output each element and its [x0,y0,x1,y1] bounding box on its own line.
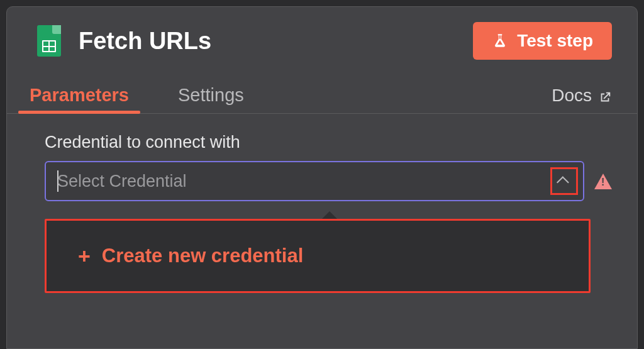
tab-bar: Parameters Settings Docs [7,66,637,114]
sheets-icon [37,25,61,57]
panel-title: Fetch URLs [79,28,473,55]
warning-icon[interactable] [594,174,612,189]
tab-settings[interactable]: Settings [167,77,255,113]
test-step-button[interactable]: Test step [473,22,612,60]
credential-dropdown: + Create new credential [45,219,591,293]
text-cursor [57,170,58,192]
highlight-box-chevron [550,167,578,195]
test-step-label: Test step [517,31,593,51]
parameters-form: Credential to connect with Select Creden… [7,114,637,327]
tab-parameters[interactable]: Parameters [18,77,140,113]
external-link-icon [598,89,612,102]
create-new-credential-label: Create new credential [102,245,303,267]
chevron-up-icon[interactable] [557,176,569,189]
panel-header: Fetch URLs Test step [7,7,637,66]
chevron-down-icon [589,287,602,299]
plus-icon: + [78,245,91,267]
create-new-credential-option[interactable]: + Create new credential [47,240,589,272]
node-panel: Fetch URLs Test step Parameters Settings… [6,6,638,349]
credential-select[interactable]: Select Credential [45,161,584,201]
docs-link[interactable]: Docs [552,78,612,113]
flask-icon [492,31,508,50]
credential-select-placeholder: Select Credential [57,172,550,191]
credential-field-label: Credential to connect with [45,133,612,152]
